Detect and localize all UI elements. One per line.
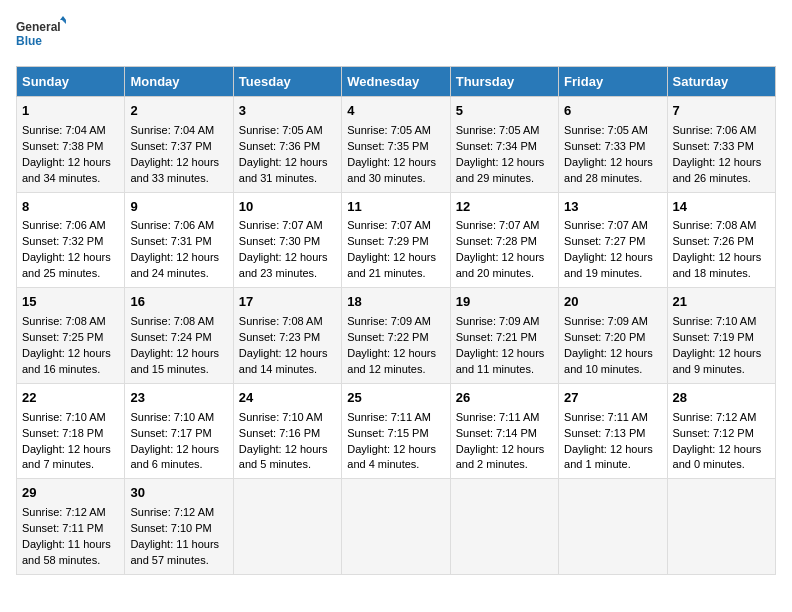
calendar-cell: 21Sunrise: 7:10 AMSunset: 7:19 PMDayligh… [667, 288, 775, 384]
calendar-cell: 28Sunrise: 7:12 AMSunset: 7:12 PMDayligh… [667, 383, 775, 479]
sunset-text: Sunset: 7:20 PM [564, 330, 661, 346]
sunset-text: Sunset: 7:36 PM [239, 139, 336, 155]
week-row-1: 1Sunrise: 7:04 AMSunset: 7:38 PMDaylight… [17, 97, 776, 193]
sunrise-text: Sunrise: 7:10 AM [239, 410, 336, 426]
daylight-text: Daylight: 12 hours and 30 minutes. [347, 155, 444, 187]
sunset-text: Sunset: 7:37 PM [130, 139, 227, 155]
calendar-header-row: SundayMondayTuesdayWednesdayThursdayFrid… [17, 67, 776, 97]
daylight-text: Daylight: 12 hours and 5 minutes. [239, 442, 336, 474]
week-row-3: 15Sunrise: 7:08 AMSunset: 7:25 PMDayligh… [17, 288, 776, 384]
calendar-cell: 10Sunrise: 7:07 AMSunset: 7:30 PMDayligh… [233, 192, 341, 288]
day-number: 14 [673, 198, 770, 217]
day-number: 1 [22, 102, 119, 121]
daylight-text: Daylight: 12 hours and 6 minutes. [130, 442, 227, 474]
calendar-cell: 29Sunrise: 7:12 AMSunset: 7:11 PMDayligh… [17, 479, 125, 575]
day-number: 11 [347, 198, 444, 217]
calendar-cell: 11Sunrise: 7:07 AMSunset: 7:29 PMDayligh… [342, 192, 450, 288]
day-number: 27 [564, 389, 661, 408]
day-number: 15 [22, 293, 119, 312]
column-header-friday: Friday [559, 67, 667, 97]
day-number: 13 [564, 198, 661, 217]
daylight-text: Daylight: 12 hours and 0 minutes. [673, 442, 770, 474]
day-number: 26 [456, 389, 553, 408]
daylight-text: Daylight: 12 hours and 34 minutes. [22, 155, 119, 187]
daylight-text: Daylight: 12 hours and 25 minutes. [22, 250, 119, 282]
calendar-cell: 7Sunrise: 7:06 AMSunset: 7:33 PMDaylight… [667, 97, 775, 193]
sunrise-text: Sunrise: 7:07 AM [239, 218, 336, 234]
daylight-text: Daylight: 12 hours and 4 minutes. [347, 442, 444, 474]
svg-marker-3 [62, 20, 66, 24]
sunrise-text: Sunrise: 7:05 AM [456, 123, 553, 139]
sunrise-text: Sunrise: 7:07 AM [564, 218, 661, 234]
calendar-cell [233, 479, 341, 575]
sunset-text: Sunset: 7:28 PM [456, 234, 553, 250]
sunrise-text: Sunrise: 7:06 AM [22, 218, 119, 234]
sunrise-text: Sunrise: 7:06 AM [130, 218, 227, 234]
week-row-2: 8Sunrise: 7:06 AMSunset: 7:32 PMDaylight… [17, 192, 776, 288]
sunrise-text: Sunrise: 7:10 AM [22, 410, 119, 426]
week-row-4: 22Sunrise: 7:10 AMSunset: 7:18 PMDayligh… [17, 383, 776, 479]
sunset-text: Sunset: 7:32 PM [22, 234, 119, 250]
calendar-table: SundayMondayTuesdayWednesdayThursdayFrid… [16, 66, 776, 575]
sunset-text: Sunset: 7:31 PM [130, 234, 227, 250]
sunrise-text: Sunrise: 7:08 AM [22, 314, 119, 330]
calendar-cell: 8Sunrise: 7:06 AMSunset: 7:32 PMDaylight… [17, 192, 125, 288]
sunset-text: Sunset: 7:12 PM [673, 426, 770, 442]
calendar-cell: 4Sunrise: 7:05 AMSunset: 7:35 PMDaylight… [342, 97, 450, 193]
calendar-cell: 17Sunrise: 7:08 AMSunset: 7:23 PMDayligh… [233, 288, 341, 384]
calendar-cell: 2Sunrise: 7:04 AMSunset: 7:37 PMDaylight… [125, 97, 233, 193]
sunrise-text: Sunrise: 7:10 AM [673, 314, 770, 330]
calendar-cell: 25Sunrise: 7:11 AMSunset: 7:15 PMDayligh… [342, 383, 450, 479]
calendar-cell: 5Sunrise: 7:05 AMSunset: 7:34 PMDaylight… [450, 97, 558, 193]
day-number: 5 [456, 102, 553, 121]
sunset-text: Sunset: 7:35 PM [347, 139, 444, 155]
calendar-cell: 9Sunrise: 7:06 AMSunset: 7:31 PMDaylight… [125, 192, 233, 288]
sunrise-text: Sunrise: 7:12 AM [130, 505, 227, 521]
day-number: 2 [130, 102, 227, 121]
sunrise-text: Sunrise: 7:04 AM [130, 123, 227, 139]
calendar-cell: 26Sunrise: 7:11 AMSunset: 7:14 PMDayligh… [450, 383, 558, 479]
calendar-cell [559, 479, 667, 575]
daylight-text: Daylight: 12 hours and 9 minutes. [673, 346, 770, 378]
sunrise-text: Sunrise: 7:06 AM [673, 123, 770, 139]
daylight-text: Daylight: 12 hours and 31 minutes. [239, 155, 336, 187]
daylight-text: Daylight: 12 hours and 16 minutes. [22, 346, 119, 378]
daylight-text: Daylight: 12 hours and 14 minutes. [239, 346, 336, 378]
calendar-cell: 23Sunrise: 7:10 AMSunset: 7:17 PMDayligh… [125, 383, 233, 479]
sunrise-text: Sunrise: 7:08 AM [673, 218, 770, 234]
sunrise-text: Sunrise: 7:12 AM [673, 410, 770, 426]
sunrise-text: Sunrise: 7:05 AM [347, 123, 444, 139]
day-number: 25 [347, 389, 444, 408]
column-header-thursday: Thursday [450, 67, 558, 97]
column-header-monday: Monday [125, 67, 233, 97]
daylight-text: Daylight: 12 hours and 2 minutes. [456, 442, 553, 474]
day-number: 20 [564, 293, 661, 312]
daylight-text: Daylight: 12 hours and 15 minutes. [130, 346, 227, 378]
sunrise-text: Sunrise: 7:07 AM [456, 218, 553, 234]
sunset-text: Sunset: 7:11 PM [22, 521, 119, 537]
sunset-text: Sunset: 7:29 PM [347, 234, 444, 250]
calendar-cell [342, 479, 450, 575]
calendar-cell: 19Sunrise: 7:09 AMSunset: 7:21 PMDayligh… [450, 288, 558, 384]
sunset-text: Sunset: 7:33 PM [673, 139, 770, 155]
calendar-cell: 12Sunrise: 7:07 AMSunset: 7:28 PMDayligh… [450, 192, 558, 288]
sunrise-text: Sunrise: 7:09 AM [564, 314, 661, 330]
sunset-text: Sunset: 7:13 PM [564, 426, 661, 442]
svg-text:General: General [16, 20, 61, 34]
sunrise-text: Sunrise: 7:12 AM [22, 505, 119, 521]
calendar-cell [667, 479, 775, 575]
day-number: 4 [347, 102, 444, 121]
daylight-text: Daylight: 12 hours and 21 minutes. [347, 250, 444, 282]
calendar-cell: 27Sunrise: 7:11 AMSunset: 7:13 PMDayligh… [559, 383, 667, 479]
sunrise-text: Sunrise: 7:11 AM [347, 410, 444, 426]
daylight-text: Daylight: 12 hours and 11 minutes. [456, 346, 553, 378]
day-number: 18 [347, 293, 444, 312]
column-header-saturday: Saturday [667, 67, 775, 97]
calendar-cell: 30Sunrise: 7:12 AMSunset: 7:10 PMDayligh… [125, 479, 233, 575]
page-header: General Blue [16, 16, 776, 56]
calendar-cell: 14Sunrise: 7:08 AMSunset: 7:26 PMDayligh… [667, 192, 775, 288]
day-number: 10 [239, 198, 336, 217]
calendar-cell: 22Sunrise: 7:10 AMSunset: 7:18 PMDayligh… [17, 383, 125, 479]
calendar-cell: 1Sunrise: 7:04 AMSunset: 7:38 PMDaylight… [17, 97, 125, 193]
sunset-text: Sunset: 7:25 PM [22, 330, 119, 346]
